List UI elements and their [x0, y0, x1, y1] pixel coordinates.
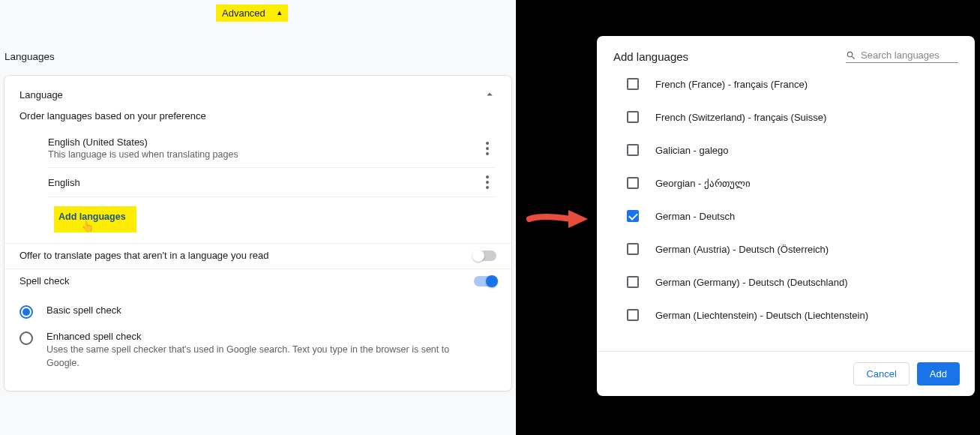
dialog-title: Add languages [613, 50, 688, 63]
checkbox-unchecked-icon[interactable] [627, 243, 639, 255]
checkbox-checked-icon[interactable] [627, 210, 639, 222]
language-option[interactable]: Galician - galego [627, 134, 958, 166]
languages-heading: Languages [4, 51, 55, 62]
spell-option-label: Enhanced spell check [46, 331, 451, 342]
language-option[interactable]: French (Switzerland) - français (Suisse) [627, 100, 958, 134]
translate-offer-label: Offer to translate pages that aren't in … [19, 250, 269, 261]
spell-option-enhanced[interactable]: Enhanced spell check Uses the same spell… [19, 325, 496, 376]
arrow-icon [526, 204, 591, 234]
language-option-label: Georgian - ქართული [655, 178, 751, 189]
language-section-title: Language [19, 89, 63, 100]
language-option-label: French (France) - français (France) [655, 79, 808, 90]
radio-unchecked-icon [19, 332, 33, 345]
spell-option-note: Uses the same spell checker that's used … [46, 344, 451, 370]
dialog-language-list[interactable]: French (France) - français (France)Frenc… [597, 74, 975, 351]
language-note: This language is used when translating p… [48, 149, 238, 160]
language-option[interactable]: German - Deutsch [627, 200, 958, 232]
spell-option-label: Basic spell check [46, 304, 121, 316]
spell-option-basic[interactable]: Basic spell check [19, 298, 496, 325]
cursor-pointer-icon: 👆 [81, 220, 94, 232]
checkbox-unchecked-icon[interactable] [627, 309, 639, 321]
search-icon [846, 50, 856, 61]
cancel-button[interactable]: Cancel [853, 362, 909, 386]
spell-check-toggle[interactable] [474, 276, 496, 286]
dialog-footer: Cancel Add [597, 351, 975, 396]
checkbox-unchecked-icon[interactable] [627, 177, 639, 189]
checkbox-unchecked-icon[interactable] [627, 144, 639, 156]
advanced-label: Advanced [222, 8, 265, 19]
spell-check-row: Spell check [4, 268, 511, 294]
language-option[interactable]: French (France) - français (France) [627, 74, 958, 100]
dialog-header: Add languages [597, 36, 975, 74]
search-input[interactable] [861, 50, 958, 61]
add-button[interactable]: Add [917, 362, 960, 386]
language-option[interactable]: German (Liechtenstein) - Deutsch (Liecht… [627, 298, 958, 332]
language-list: English (United States) This language is… [4, 129, 511, 232]
translate-toggle[interactable] [474, 250, 496, 261]
checkbox-unchecked-icon[interactable] [627, 78, 639, 90]
order-preference-text: Order languages based on your preference [4, 110, 511, 129]
advanced-toggle[interactable]: Advanced [216, 4, 288, 22]
language-option-label: German (Germany) - Deutsch (Deutschland) [655, 277, 847, 288]
add-languages-highlight[interactable]: Add languages 👆 [54, 206, 136, 232]
language-option[interactable]: Georgian - ქართული [627, 166, 958, 200]
search-languages-field[interactable] [846, 50, 958, 63]
language-option-label: German (Austria) - Deutsch (Österreich) [655, 244, 829, 255]
languages-card: Language Order languages based on your p… [4, 75, 512, 392]
settings-left-panel: Advanced Languages Language Order langua… [0, 0, 516, 435]
radio-checked-icon [19, 305, 33, 319]
language-section-header[interactable]: Language [4, 76, 511, 110]
spell-check-label: Spell check [19, 275, 69, 286]
language-option-label: German - Deutsch [655, 211, 735, 222]
add-languages-dialog: Add languages French (France) - français… [597, 36, 975, 396]
chevron-up-icon [483, 88, 496, 101]
spell-options: Basic spell check Enhanced spell check U… [4, 294, 511, 391]
more-vert-icon[interactable] [486, 176, 496, 189]
checkbox-unchecked-icon[interactable] [627, 276, 639, 288]
more-vert-icon[interactable] [486, 142, 496, 155]
language-option[interactable]: German (Germany) - Deutsch (Deutschland) [627, 266, 958, 298]
language-option-label: German (Liechtenstein) - Deutsch (Liecht… [655, 310, 868, 321]
checkbox-unchecked-icon[interactable] [627, 111, 639, 123]
language-item: English [48, 168, 496, 197]
language-item: English (United States) This language is… [48, 129, 496, 168]
translate-offer-row: Offer to translate pages that aren't in … [4, 243, 511, 268]
language-name: English (United States) [48, 136, 238, 148]
language-name: English [48, 177, 80, 188]
language-option-label: French (Switzerland) - français (Suisse) [655, 112, 826, 123]
language-option-label: Galician - galego [655, 145, 729, 156]
language-option[interactable]: German (Austria) - Deutsch (Österreich) [627, 232, 958, 266]
